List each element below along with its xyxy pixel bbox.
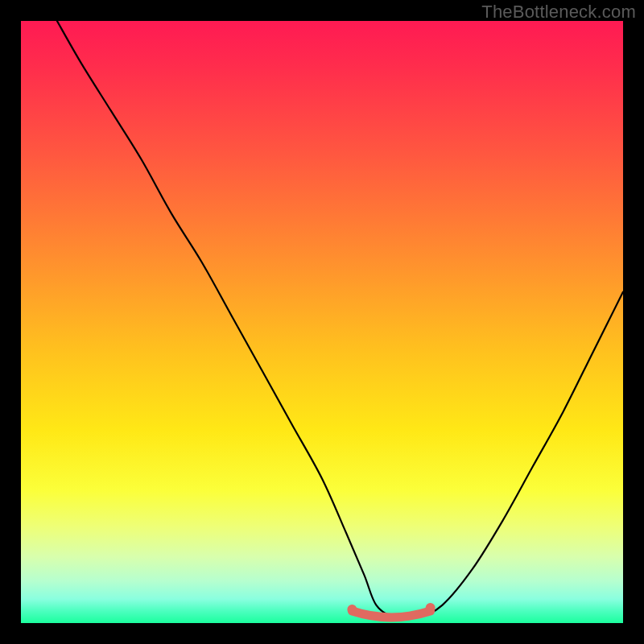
watermark-text: TheBottleneck.com	[481, 2, 636, 23]
svg-point-1	[426, 603, 436, 613]
svg-point-0	[347, 605, 357, 614]
plot-area	[21, 21, 623, 623]
bottleneck-curve	[21, 21, 623, 623]
chart-frame: TheBottleneck.com	[0, 0, 644, 644]
